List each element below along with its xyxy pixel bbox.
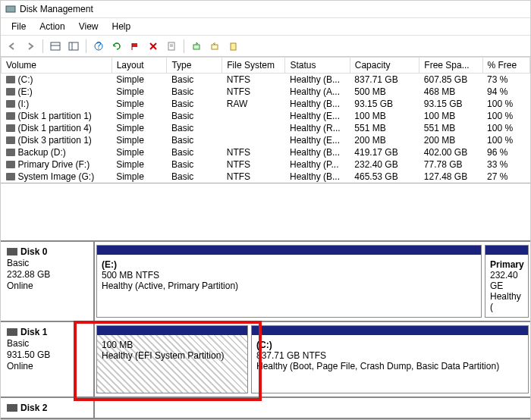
disk-icon (7, 328, 17, 336)
cell-capacity: 837.71 GB (350, 74, 419, 86)
cell-type: Basic (167, 110, 222, 122)
cell-layout: Simple (112, 110, 167, 122)
part-line1: 100 MB (102, 340, 243, 350)
col-freespace[interactable]: Free Spa... (419, 58, 482, 74)
delete-icon[interactable] (145, 38, 162, 55)
table-row[interactable]: System Image (G:)SimpleBasicNTFSHealthy … (2, 171, 530, 183)
menu-action[interactable]: Action (33, 20, 71, 33)
cell-free: 607.85 GB (419, 74, 482, 86)
cell-capacity: 100 MB (350, 110, 419, 122)
table-row[interactable]: Backup (D:)SimpleBasicNTFSHealthy (B...4… (2, 146, 530, 158)
disk2-info[interactable]: Disk 2 (1, 398, 95, 418)
tool2-icon[interactable] (206, 38, 223, 55)
disk0-type: Basic (7, 258, 87, 268)
menu-view[interactable]: View (73, 20, 105, 33)
part-line2: Healthy (Active, Primary Partition) (102, 281, 476, 291)
action-flag-icon[interactable] (127, 38, 143, 55)
cell-capacity: 232.40 GB (350, 158, 419, 171)
view-list-icon[interactable] (47, 38, 64, 55)
volume-icon (6, 88, 15, 96)
cell-free: 200 MB (419, 134, 482, 146)
cell-pct: 96 % (482, 146, 529, 158)
tool1-icon[interactable] (188, 38, 205, 55)
table-row[interactable]: (Disk 1 partition 1)SimpleBasicHealthy (… (2, 110, 530, 122)
part-line1: 837.71 GB NTFS (256, 350, 523, 361)
toolbar-sep (42, 39, 43, 53)
properties-icon[interactable] (163, 38, 180, 55)
disk-icon (7, 404, 17, 412)
cell-free: 127.48 GB (419, 171, 482, 183)
disk0-partition-primary[interactable]: Primary 232.40 GE Healthy ( (485, 245, 529, 318)
cell-pct: 100 % (482, 122, 529, 134)
part-title: (C:) (256, 340, 523, 350)
part-line2: Healthy (Boot, Page File, Crash Dump, Ba… (256, 361, 523, 371)
volume-icon (6, 112, 15, 120)
disk1-partition-c[interactable]: (C:) 837.71 GB NTFS Healthy (Boot, Page … (251, 325, 529, 393)
disk0-info[interactable]: Disk 0 Basic 232.88 GB Online (1, 242, 95, 321)
cell-layout: Simple (112, 122, 167, 134)
refresh-icon[interactable] (108, 38, 125, 55)
cell-layout: Simple (112, 146, 167, 158)
cell-type: Basic (167, 158, 222, 171)
disk1-info[interactable]: Disk 1 Basic 931.50 GB Online (1, 322, 95, 396)
disk0-partition-e[interactable]: (E:) 500 MB NTFS Healthy (Active, Primar… (96, 245, 482, 318)
cell-capacity: 500 MB (350, 86, 419, 98)
table-row[interactable]: Primary Drive (F:)SimpleBasicNTFSHealthy… (2, 158, 530, 171)
part-line1: 500 MB NTFS (102, 270, 476, 281)
volume-icon (6, 136, 15, 144)
disk1-partition-efi[interactable]: 100 MB Healthy (EFI System Partition) (96, 325, 248, 393)
table-row[interactable]: (Disk 3 partition 1)SimpleBasicHealthy (… (2, 134, 530, 146)
menu-file[interactable]: File (5, 20, 32, 33)
col-pctfree[interactable]: % Free (482, 58, 529, 74)
back-icon[interactable] (4, 38, 20, 55)
table-row[interactable]: (C:)SimpleBasicNTFSHealthy (B...837.71 G… (2, 74, 530, 86)
svg-rect-14 (193, 45, 200, 49)
vol-name: Primary Drive (F:) (18, 159, 90, 170)
cell-type: Basic (167, 122, 222, 134)
cell-type: Basic (167, 98, 222, 110)
cell-type: Basic (167, 171, 222, 183)
col-volume[interactable]: Volume (2, 58, 112, 74)
table-row[interactable]: (E:)SimpleBasicNTFSHealthy (A...500 MB46… (2, 86, 530, 98)
cell-status: Healthy (E... (285, 110, 350, 122)
col-status[interactable]: Status (285, 58, 350, 74)
help-icon[interactable]: ? (90, 38, 107, 55)
col-filesystem[interactable]: File System (222, 58, 285, 74)
cell-status: Healthy (E... (285, 134, 350, 146)
col-type[interactable]: Type (167, 58, 222, 74)
col-layout[interactable]: Layout (112, 58, 167, 74)
svg-rect-15 (212, 45, 218, 49)
svg-rect-1 (51, 42, 60, 50)
menu-help[interactable]: Help (106, 20, 137, 33)
cell-layout: Simple (112, 171, 167, 183)
forward-icon[interactable] (22, 38, 39, 55)
disk0-size: 232.88 GB (7, 269, 87, 280)
partition-bar (97, 246, 481, 255)
cell-status: Healthy (B... (285, 171, 350, 183)
col-capacity[interactable]: Capacity (350, 58, 419, 74)
part-title: Primary (490, 259, 523, 270)
cell-capacity: 200 MB (350, 134, 419, 146)
cell-layout: Simple (112, 158, 167, 171)
partition-bar (97, 326, 247, 335)
volume-list[interactable]: Volume Layout Type File System Status Ca… (1, 57, 530, 183)
toolbar-sep (184, 39, 184, 53)
vol-name: (Disk 1 partition 1) (18, 111, 92, 121)
toolbar: ? (1, 36, 530, 57)
cell-status: Healthy (B... (285, 146, 350, 158)
cell-pct: 100 % (482, 110, 529, 122)
tool3-icon[interactable] (225, 38, 241, 55)
vol-name: (C:) (18, 74, 33, 85)
table-row[interactable]: (Disk 1 partition 4)SimpleBasicHealthy (… (2, 122, 530, 134)
cell-capacity: 551 MB (350, 122, 419, 134)
cell-status: Healthy (P... (285, 158, 350, 171)
volume-icon (6, 149, 15, 156)
cell-pct: 27 % (482, 171, 529, 183)
view-detail-icon[interactable] (65, 38, 82, 55)
cell-layout: Simple (112, 86, 167, 98)
table-row[interactable]: (I:)SimpleBasicRAWHealthy (B...93.15 GB9… (2, 98, 530, 110)
svg-rect-16 (231, 43, 236, 50)
title-bar: Disk Management (1, 1, 530, 18)
cell-fs (222, 134, 285, 146)
cell-fs: NTFS (222, 86, 285, 98)
